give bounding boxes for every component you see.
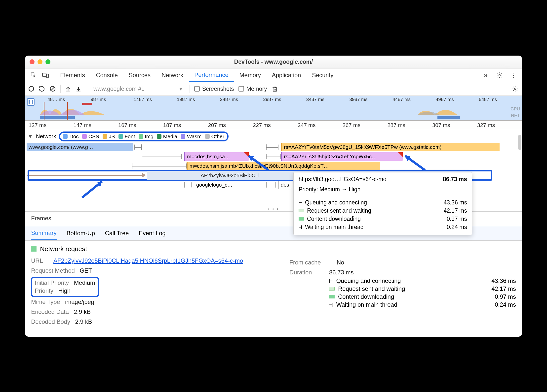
overview-ticks: 48… ms987 ms1487 ms1987 ms2487 ms2987 ms… (25, 96, 522, 102)
svg-rect-2 (46, 74, 48, 78)
minimize-window-button[interactable] (38, 59, 42, 64)
window-title: DevTools - www.google.com/ (25, 59, 522, 65)
close-window-button[interactable] (30, 59, 35, 64)
tab-event-log[interactable]: Event Log (139, 227, 165, 240)
svg-point-3 (499, 74, 501, 76)
request-bar-css1[interactable]: m=cdos,hsm,jsa… (184, 152, 249, 161)
record-button[interactable] (29, 86, 34, 92)
resize-handle[interactable]: • • • (268, 207, 279, 212)
download-icon[interactable] (76, 86, 81, 92)
summary-title: Network request (31, 245, 274, 253)
request-bar-selected[interactable]: AF2bZyivvJ92o5BiPi0CLl (147, 171, 313, 180)
inspect-icon[interactable] (28, 69, 39, 81)
network-legend: Doc CSS JS Font Img Media Wasm Other (59, 131, 229, 141)
tab-security[interactable]: Security (307, 68, 339, 82)
priority-highlight: Initial PriorityMedium PriorityHigh (31, 277, 99, 297)
screenshots-checkbox[interactable]: Screenshots (194, 86, 234, 92)
summary-url-link[interactable]: AF2bZyivvJ92o5BiPi0CLlHaqa5IHNOi6SrpLrbf… (53, 257, 243, 264)
tab-application[interactable]: Application (266, 68, 306, 82)
scrollbar-thumb[interactable] (518, 135, 521, 150)
network-label: Network (36, 133, 56, 140)
titlebar: DevTools - www.google.com/ (25, 56, 522, 68)
tab-call-tree[interactable]: Call Tree (105, 227, 129, 240)
timeline-ruler[interactable]: 127 ms147 ms167 ms187 ms207 ms227 ms247 … (25, 121, 522, 130)
request-bar-doc[interactable]: www.google.com/ (www.g… (27, 143, 133, 151)
tab-console[interactable]: Console (90, 68, 123, 82)
tab-memory[interactable]: Memory (234, 68, 267, 82)
summary-pane: Network request URLAF2bZyivvJ92o5BiPi0CL… (25, 241, 522, 337)
tab-summary[interactable]: Summary (31, 227, 57, 240)
tab-performance[interactable]: Performance (189, 68, 234, 82)
svg-point-6 (514, 88, 516, 90)
timeline-overview[interactable]: ❚❚ 48… ms987 ms1487 ms1987 ms2487 ms2987… (25, 96, 522, 121)
devtools-window: DevTools - www.google.com/ Elements Cons… (25, 56, 522, 337)
tab-network[interactable]: Network (156, 68, 189, 82)
garbage-collect-icon[interactable] (272, 86, 278, 92)
duration-breakdown: ⊢Queuing and connecting43.36 ms Request … (329, 277, 516, 309)
tab-sources[interactable]: Sources (123, 68, 156, 82)
tab-elements[interactable]: Elements (55, 68, 90, 82)
request-bar-des[interactable]: des (278, 181, 292, 189)
collapse-triangle-icon[interactable]: ▼ (28, 133, 33, 140)
request-bar-js2[interactable]: m=cdos,hsm,jsa,mb4ZUb,d,csi,cEt90b,SNUn3… (187, 162, 380, 170)
request-bar-gstatic[interactable]: rs=AA2YrTv0taM5qVgw38gU_15kX9WFXe5TPw (w… (281, 143, 500, 151)
zoom-window-button[interactable] (45, 59, 50, 64)
upload-icon[interactable] (65, 86, 71, 92)
chevron-down-icon: ▾ (179, 86, 182, 92)
network-track[interactable]: ▼ Network Doc CSS JS Font Img Media Wasm… (25, 130, 522, 212)
recording-selector[interactable]: www.google.com #1 ▾ (91, 85, 185, 93)
main-tabs: Elements Console Sources Network Perform… (25, 68, 522, 82)
kebab-menu-icon[interactable]: ⋮ (508, 69, 519, 81)
request-bar-css2[interactable]: rs=AA2YrTsXU5hjdOZrxXehYcpWx5c… (281, 152, 403, 161)
request-tooltip: https://lh3.goo…FGxOA=s64-c-mo86.73 ms P… (293, 172, 472, 235)
tab-bottom-up[interactable]: Bottom-Up (67, 227, 95, 240)
device-toolbar-icon[interactable] (39, 69, 51, 81)
settings-gear-icon[interactable] (494, 69, 506, 81)
more-tabs-icon[interactable]: » (480, 69, 492, 81)
window-controls (30, 59, 50, 64)
svg-rect-5 (273, 88, 276, 91)
reload-button[interactable] (39, 86, 45, 92)
memory-checkbox[interactable]: Memory (238, 86, 267, 92)
clear-button[interactable] (49, 86, 56, 92)
performance-toolbar: www.google.com #1 ▾ Screenshots Memory (25, 82, 522, 96)
capture-settings-icon[interactable] (512, 86, 518, 92)
request-bar-logo[interactable]: googlelogo_c… (194, 181, 246, 189)
